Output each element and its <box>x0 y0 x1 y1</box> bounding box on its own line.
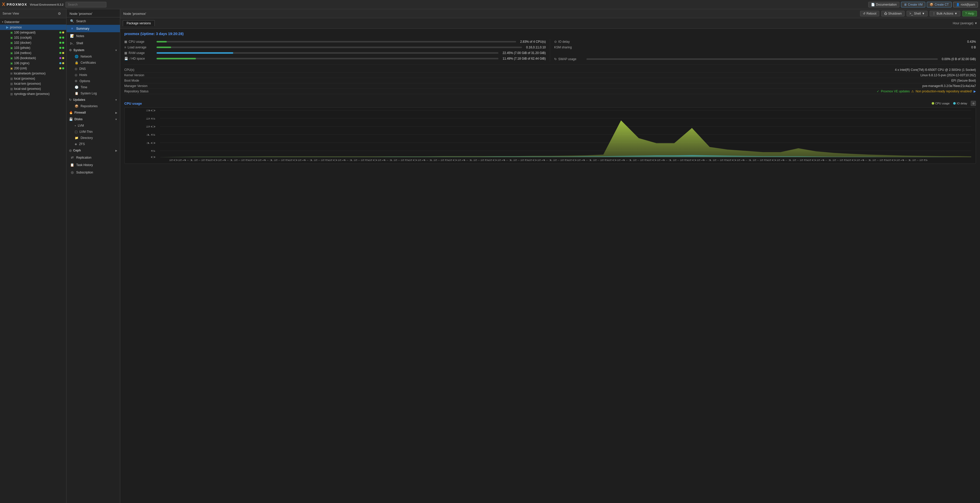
nav-network[interactable]: 🌐 Network <box>67 54 120 60</box>
ram-icon: ▦ <box>124 51 127 55</box>
nav-certificates[interactable]: 🔒 Certificates <box>67 60 120 66</box>
pkg-versions-tab[interactable]: Package versions <box>123 20 155 26</box>
nav-system-label: System <box>73 48 84 52</box>
chart-settings-button[interactable]: ⚙ <box>971 101 976 106</box>
time-icon: 🕐 <box>75 86 78 89</box>
repo-row: Repository Status ✓ Proxmox VE updates ⚠… <box>124 89 976 94</box>
tree-item-102[interactable]: ▣ 102 (docker) <box>0 40 66 45</box>
vm-icon-103: ▣ <box>10 46 13 49</box>
svg-text:2024-12-25: 2024-12-25 <box>248 159 290 161</box>
nav-options[interactable]: ⚙ Options <box>67 78 120 84</box>
nav-zfs-label: ZFS <box>79 142 85 146</box>
create-ct-button[interactable]: 📦 Create CT <box>927 2 951 8</box>
system-info: CPU(s) 4 x Intel(R) Core(TM) i5-6500T CP… <box>124 67 976 94</box>
nav-updates-section[interactable]: ↻ Updates ▼ <box>67 97 120 103</box>
nav-shell[interactable]: ▷_ Shell <box>67 40 120 47</box>
tree-item-datacenter[interactable]: ▪ Datacenter <box>0 19 66 25</box>
stats-right: ⊙ IO delay 0.43% KSM sharing 0 B <box>550 39 976 62</box>
svg-text:20: 20 <box>146 125 156 128</box>
swap-value: 0.00% (0 B of 32.00 GiB) <box>942 57 976 61</box>
nav-replication[interactable]: ⇄ Replication <box>67 154 120 161</box>
nav-zfs[interactable]: ◈ ZFS <box>67 141 120 147</box>
tree-item-local-ssd[interactable]: ▥ local-ssd (proxmox) <box>0 86 66 91</box>
svg-text:2024-12-25: 2024-12-25 <box>288 159 329 161</box>
nav-notes-label: Notes <box>76 34 84 38</box>
shutdown-button[interactable]: ⏻ Shutdown <box>881 11 905 16</box>
tree-item-200[interactable]: ▣ 200 (cml) <box>0 66 66 71</box>
node-icon: ▶ <box>6 25 9 29</box>
content-main: Package versions Hour (average) ▼ proxmo… <box>120 18 980 503</box>
vm-icon-102: ▣ <box>10 41 13 45</box>
tree-item-local[interactable]: ▥ local (proxmox) <box>0 76 66 81</box>
synology-label: synology-share (proxmox) <box>14 92 49 96</box>
nav-summary[interactable]: ≡ Summary <box>67 25 120 32</box>
cert-icon: 🔒 <box>75 61 78 64</box>
ceph-icon: ◎ <box>69 149 72 152</box>
nav-dns[interactable]: ◎ DNS <box>67 66 120 72</box>
create-vm-button[interactable]: 🖥 Create VM <box>901 2 925 8</box>
search-input[interactable] <box>65 2 107 8</box>
tree-item-104[interactable]: ▣ 104 (netbox) <box>0 50 66 56</box>
bulk-icon: ⋮ <box>932 12 935 15</box>
nav-lvm[interactable]: ▪ LVM <box>67 123 120 129</box>
tree-item-100[interactable]: ▣ 100 (wireguard) <box>0 30 66 35</box>
vm-label-103: 103 (pihole) <box>14 46 30 49</box>
svg-text:10: 10 <box>146 142 156 144</box>
repo-status: ✓ Proxmox VE updates ⚠ Non production-re… <box>877 89 976 93</box>
tree-item-103[interactable]: ▣ 103 (pihole) <box>0 45 66 50</box>
options-icon: ⚙ <box>75 79 78 83</box>
shell-icon: ▷_ <box>70 42 74 45</box>
nav-lvm-label: LVM <box>78 124 84 127</box>
user-button[interactable]: 👤 root@pam <box>953 2 978 8</box>
nav-notes[interactable]: 📝 Notes <box>67 32 120 40</box>
tree-item-proxmox[interactable]: ▶ proxmox <box>0 25 66 30</box>
tree-item-101[interactable]: ▣ 101 (cockpit) <box>0 35 66 40</box>
svg-text:2024-12-25: 2024-12-25 <box>648 159 689 161</box>
bulk-actions-button[interactable]: ⋮ Bulk Actions ▼ <box>930 11 960 16</box>
tree-item-106[interactable]: ▣ 106 (nginx) <box>0 60 66 66</box>
repo-arrow-icon[interactable]: ▶ <box>974 89 976 93</box>
cpu-info-row: CPU(s) 4 x Intel(R) Core(TM) i5-6500T CP… <box>124 67 976 73</box>
hd-usage-row: 💾 / HD space 11.49% (7.18 GiB of 62.44 G… <box>124 56 546 61</box>
status-dot-106a <box>59 62 61 64</box>
nav-task-history[interactable]: 📋 Task History <box>67 161 120 169</box>
vm-label-104: 104 (netbox) <box>14 51 31 55</box>
tree-item-local-lvm[interactable]: ▥ local-lvm (proxmox) <box>0 81 66 86</box>
nav-repositories[interactable]: 📦 Repositories <box>67 103 120 109</box>
shell-toolbar-button[interactable]: >_ Shell ▼ <box>907 11 928 16</box>
node-label: proxmox <box>10 25 22 29</box>
vm-label-200: 200 (cml) <box>14 67 27 70</box>
nav-search[interactable]: 🔍 Search <box>67 18 120 25</box>
nav-options-label: Options <box>80 79 90 83</box>
topbar: X PROXMOX Virtual Environment 8.3.2 📄 Do… <box>0 0 980 9</box>
settings-button[interactable]: ⚙ <box>55 11 64 16</box>
hd-icon: 💾 <box>124 57 128 60</box>
nav-disks-section[interactable]: 💾 Disks ▼ <box>67 116 120 123</box>
nav-disks-label: Disks <box>75 118 83 121</box>
tree-item-localnetwork[interactable]: ⊞ localnetwork (proxmox) <box>0 71 66 76</box>
nav-syslog[interactable]: 📋 System Log <box>67 90 120 97</box>
vm-icon-200: ▣ <box>10 67 13 70</box>
cpu-value: 2.83% of 4 CPU(s) <box>520 40 546 43</box>
vm-icon-104: ▣ <box>10 51 13 55</box>
nav-ceph-section[interactable]: ◎ Ceph ▶ <box>67 147 120 154</box>
tree-item-105[interactable]: ▣ 105 (bookstack) <box>0 56 66 60</box>
nav-hosts[interactable]: ◎ Hosts <box>67 72 120 78</box>
legend-io-dot <box>953 102 956 105</box>
reboot-button[interactable]: ↺ Reboot <box>860 11 879 16</box>
subscription-icon: ◎ <box>70 170 74 174</box>
help-button[interactable]: ? Help <box>963 11 977 16</box>
status-dot-101b <box>62 37 64 39</box>
ceph-chevron-icon: ▶ <box>115 149 118 152</box>
tree-item-synology[interactable]: ▥ synology-share (proxmox) <box>0 91 66 97</box>
svg-text:2024-12-25: 2024-12-25 <box>448 159 489 161</box>
documentation-button[interactable]: 📄 Documentation <box>868 2 899 8</box>
nav-subscription[interactable]: ◎ Subscription <box>67 169 120 176</box>
nav-time[interactable]: 🕐 Time <box>67 84 120 90</box>
legend-cpu-label: CPU usage <box>935 102 950 105</box>
nav-system-section[interactable]: ⚙ System ▼ <box>67 47 120 54</box>
nav-firewall-section[interactable]: 🔥 Firewall ▶ <box>67 109 120 116</box>
nav-lvm-thin[interactable]: ▢ LVM-Thin <box>67 129 120 135</box>
hour-average-selector[interactable]: Hour (average) ▼ <box>953 21 977 25</box>
nav-directory[interactable]: 📁 Directory <box>67 135 120 141</box>
